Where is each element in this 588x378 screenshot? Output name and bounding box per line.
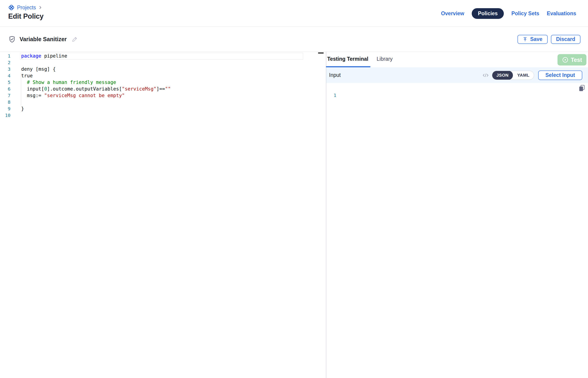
toggle-option-yaml[interactable]: YAML bbox=[513, 71, 534, 80]
discard-button[interactable]: Discard bbox=[551, 35, 580, 44]
select-input-button[interactable]: Select Input bbox=[538, 70, 582, 80]
code-line: # Show a human friendly message bbox=[21, 79, 171, 86]
line-number: 10 bbox=[0, 112, 11, 119]
copy-icon bbox=[578, 84, 585, 91]
chevron-right-icon bbox=[38, 5, 42, 10]
main-content: 12345678910 package pipelinedeny [msg] {… bbox=[0, 52, 588, 378]
save-button-label: Save bbox=[530, 36, 543, 42]
line-number: 6 bbox=[0, 86, 11, 92]
test-button[interactable]: Test bbox=[558, 54, 587, 66]
policy-name: Variable Sanitizer bbox=[20, 36, 67, 42]
json-yaml-toggle[interactable]: JSON YAML bbox=[492, 71, 534, 80]
line-numbers: 12345678910 bbox=[0, 53, 11, 119]
code-line bbox=[21, 112, 171, 119]
tab-library[interactable]: Library bbox=[377, 52, 393, 66]
test-button-label: Test bbox=[571, 57, 582, 63]
tab-overview[interactable]: Overview bbox=[441, 11, 464, 17]
line-number: 2 bbox=[0, 59, 11, 66]
code-line: input[0].outcome.outputVariables["servic… bbox=[21, 86, 171, 92]
copy-button[interactable] bbox=[578, 84, 585, 92]
code-line: deny [msg] { bbox=[21, 66, 171, 73]
shield-check-icon bbox=[8, 36, 16, 43]
input-editor-line-number: 1 bbox=[326, 92, 336, 99]
pencil-icon bbox=[72, 36, 78, 42]
code-line: true bbox=[21, 73, 171, 79]
panel-tabs: Testing Terminal Library Test bbox=[326, 52, 588, 67]
discard-button-label: Discard bbox=[556, 36, 575, 42]
code-line bbox=[21, 99, 171, 106]
play-circle-icon bbox=[562, 56, 569, 63]
line-number: 3 bbox=[0, 66, 11, 73]
policy-code-editor[interactable]: 12345678910 package pipelinedeny [msg] {… bbox=[0, 52, 326, 378]
input-label: Input bbox=[329, 72, 341, 78]
line-number: 8 bbox=[0, 99, 11, 106]
input-section-header: Input JSON YAML Select Input bbox=[326, 67, 588, 83]
policy-toolbar: Variable Sanitizer Save Discard bbox=[0, 27, 588, 52]
breadcrumb: Projects bbox=[8, 4, 42, 11]
line-number: 1 bbox=[0, 53, 11, 59]
code-line: } bbox=[21, 106, 171, 112]
code-line bbox=[21, 59, 171, 66]
toggle-option-json[interactable]: JSON bbox=[492, 71, 513, 80]
header: Projects Edit Policy Overview Policies P… bbox=[0, 0, 588, 27]
tab-evaluations[interactable]: Evaluations bbox=[547, 11, 576, 17]
overview-ruler-cursor-mark bbox=[318, 52, 324, 54]
upload-icon bbox=[523, 37, 528, 42]
line-number: 9 bbox=[0, 106, 11, 112]
projects-diamond-icon[interactable] bbox=[8, 4, 15, 11]
tab-policies[interactable]: Policies bbox=[472, 8, 504, 19]
code-line: package pipeline bbox=[21, 53, 171, 59]
breadcrumb-projects-link[interactable]: Projects bbox=[17, 5, 36, 11]
code-lines: package pipelinedeny [msg] {true # Show … bbox=[21, 53, 171, 119]
edit-policy-name-button[interactable] bbox=[72, 36, 78, 42]
page-title: Edit Policy bbox=[8, 12, 43, 20]
testing-panel: Testing Terminal Library Test Input bbox=[326, 52, 588, 378]
code-brackets-icon[interactable] bbox=[482, 73, 489, 78]
code-line: msg:= "serviceMsg cannot be empty" bbox=[21, 92, 171, 99]
line-number: 7 bbox=[0, 92, 11, 99]
save-button[interactable]: Save bbox=[518, 35, 548, 44]
input-editor[interactable]: 1 bbox=[326, 83, 588, 378]
line-number: 4 bbox=[0, 73, 11, 79]
tab-policy-sets[interactable]: Policy Sets bbox=[511, 11, 539, 17]
top-nav: Overview Policies Policy Sets Evaluation… bbox=[441, 0, 576, 27]
tab-testing-terminal[interactable]: Testing Terminal bbox=[327, 52, 369, 66]
line-number: 5 bbox=[0, 79, 11, 86]
